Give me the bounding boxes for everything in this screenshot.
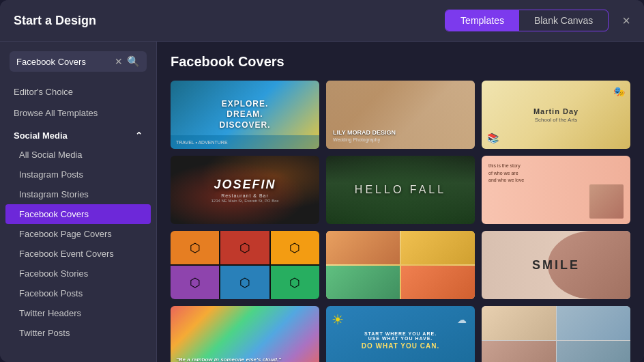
template-card-3[interactable]: Martin Day School of the Arts 🎭 📚 — [482, 81, 630, 149]
modal-header: Start a Design Templates Blank Canvas × — [0, 0, 644, 42]
template-card-7[interactable]: ⬡ ⬡ ⬡ ⬡ ⬡ ⬡ — [171, 231, 319, 299]
food-cell-1 — [326, 231, 400, 264]
food-cell-3 — [326, 266, 400, 299]
card-4-address: 1234 NE Main St, Everett St, PO Box — [211, 199, 278, 203]
search-clear-icon[interactable]: ✕ — [115, 56, 123, 67]
social-media-label: Social Media — [14, 130, 68, 141]
tab-blank-canvas[interactable]: Blank Canvas — [519, 10, 608, 31]
search-icon[interactable]: 🔍 — [127, 55, 140, 68]
hex-cell-3: ⬡ — [271, 231, 319, 264]
instagram-posts-item[interactable]: Instagram Posts — [0, 165, 156, 184]
instagram-stories-item[interactable]: Instagram Stories — [0, 184, 156, 204]
tab-group: Templates Blank Canvas — [445, 10, 609, 31]
card-9-text: SMILE — [532, 258, 580, 273]
card-3-icon2: 📚 — [487, 133, 499, 143]
card-5-text: HELLO FALL — [355, 184, 446, 196]
card-2-text: LILY MORAD DESIGN Wedding Photography — [333, 129, 468, 142]
templates-grid: EXPLORE. DREAM. DISCOVER. TRAVEL • ADVEN… — [171, 81, 630, 362]
card-4-content: JOSEFIN Restaurant & Bar 1234 NE Main St… — [211, 178, 278, 203]
card-3-content: Martin Day School of the Arts — [533, 107, 579, 123]
collage-cell-4 — [557, 341, 631, 363]
template-card-6[interactable]: this is the storyof who we areand who we… — [482, 156, 630, 224]
template-card-10[interactable]: "Be a rainbow in someone else's cloud." … — [171, 306, 319, 362]
search-value: Facebook Covers — [16, 57, 115, 67]
main-content: Facebook Covers EXPLORE. DREAM. DISCOVER… — [157, 42, 644, 362]
collage-cell-2 — [557, 306, 631, 340]
collage-cell-1 — [482, 306, 556, 340]
social-media-section-header[interactable]: Social Media ⌃ — [0, 124, 156, 145]
card-6-top-text: this is the storyof who we areand who we… — [488, 163, 624, 184]
template-card-9[interactable]: SMILE — [482, 231, 630, 299]
template-card-4[interactable]: JOSEFIN Restaurant & Bar 1234 NE Main St… — [171, 156, 319, 224]
card-1-subtitle: TRAVEL • ADVENTURE — [176, 140, 228, 145]
card-11-cloud: ☁ — [457, 314, 467, 325]
template-card-1[interactable]: EXPLORE. DREAM. DISCOVER. TRAVEL • ADVEN… — [171, 81, 319, 149]
template-card-11[interactable]: ☀ ☁ START WHERE YOU ARE. USE WHAT YOU HA… — [326, 306, 475, 362]
template-card-8[interactable] — [326, 231, 475, 299]
sidebar: Facebook Covers ✕ 🔍 Editor's Choice Brow… — [0, 42, 157, 362]
tab-templates[interactable]: Templates — [445, 10, 519, 31]
card-11-text: START WHERE YOU ARE. USE WHAT YOU HAVE. … — [362, 331, 440, 350]
all-social-media-item[interactable]: All Social Media — [0, 145, 156, 165]
template-card-12[interactable] — [482, 306, 630, 362]
facebook-page-covers-item[interactable]: Facebook Page Covers — [0, 224, 156, 244]
twitter-headers-item[interactable]: Twitter Headers — [0, 303, 156, 323]
facebook-stories-item[interactable]: Facebook Stories — [0, 264, 156, 283]
food-cell-4 — [401, 266, 475, 299]
close-button[interactable]: × — [622, 14, 630, 27]
facebook-posts-item[interactable]: Facebook Posts — [0, 283, 156, 303]
card-1-text: EXPLORE. DREAM. DISCOVER. — [219, 99, 270, 131]
chevron-up-icon: ⌃ — [135, 130, 143, 141]
card-6-image-area — [488, 184, 624, 219]
start-design-modal: Start a Design Templates Blank Canvas × … — [0, 0, 644, 362]
sidebar-item-editors-choice[interactable]: Editor's Choice — [0, 81, 156, 102]
template-card-5[interactable]: HELLO FALL — [326, 156, 475, 224]
template-card-2[interactable]: LILY MORAD DESIGN Wedding Photography — [326, 81, 475, 149]
sidebar-item-browse-all[interactable]: Browse All Templates — [0, 102, 156, 124]
card-10-text: "Be a rainbow in someone else's cloud." … — [176, 357, 281, 362]
collage-cell-3 — [482, 341, 556, 363]
card-10-overlay — [171, 306, 319, 362]
card-3-icon: 🎭 — [613, 86, 625, 97]
twitter-posts-item[interactable]: Twitter Posts — [0, 323, 156, 343]
facebook-covers-item[interactable]: Facebook Covers — [5, 204, 151, 224]
modal-body: Facebook Covers ✕ 🔍 Editor's Choice Brow… — [0, 42, 644, 362]
modal-title: Start a Design — [14, 14, 96, 28]
section-title: Facebook Covers — [171, 54, 630, 70]
facebook-event-covers-item[interactable]: Facebook Event Covers — [0, 244, 156, 264]
hex-cell-6: ⬡ — [271, 266, 319, 299]
search-box[interactable]: Facebook Covers ✕ 🔍 — [10, 51, 147, 72]
card-11-sun: ☀ — [332, 311, 344, 328]
hex-cell-1: ⬡ — [171, 231, 219, 264]
hex-cell-2: ⬡ — [220, 231, 269, 264]
hex-cell-4: ⬡ — [171, 266, 219, 299]
food-cell-2 — [401, 231, 475, 264]
hex-cell-5: ⬡ — [220, 266, 269, 299]
